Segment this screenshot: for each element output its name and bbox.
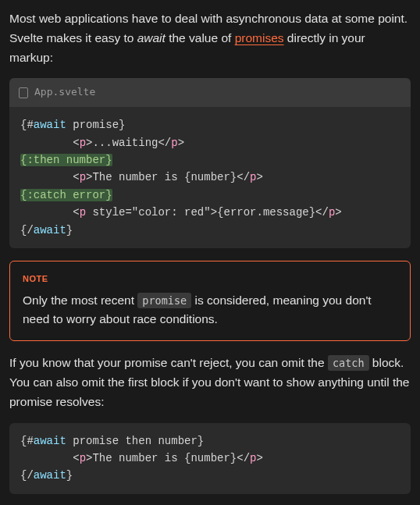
await-italic: await [137, 31, 166, 44]
text: If you know that your promise can't reje… [9, 356, 328, 369]
text: Only the most recent [23, 293, 137, 307]
code-body: {#await promise} <p>...waiting</p> {:the… [9, 107, 411, 248]
filename: App.svelte [34, 84, 95, 101]
file-icon [19, 87, 28, 98]
code-body: {#await promise then number} <p>The numb… [9, 423, 411, 494]
code-header: App.svelte [9, 78, 411, 107]
note-body: Only the most recent promise is consider… [23, 291, 397, 330]
inline-code-promise: promise [137, 293, 191, 308]
catch-paragraph: If you know that your promise can't reje… [9, 354, 411, 411]
note-callout: NOTE Only the most recent promise is con… [9, 261, 411, 341]
note-label: NOTE [23, 272, 397, 286]
code-block-short: {#await promise then number} <p>The numb… [9, 423, 411, 494]
inline-code-catch: catch [328, 355, 369, 371]
text: the value of [166, 31, 235, 44]
code-block-app-svelte: App.svelte {#await promise} <p>...waitin… [9, 78, 411, 248]
promises-link[interactable]: promises [235, 31, 284, 44]
intro-paragraph: Most web applications have to deal with … [9, 9, 411, 67]
